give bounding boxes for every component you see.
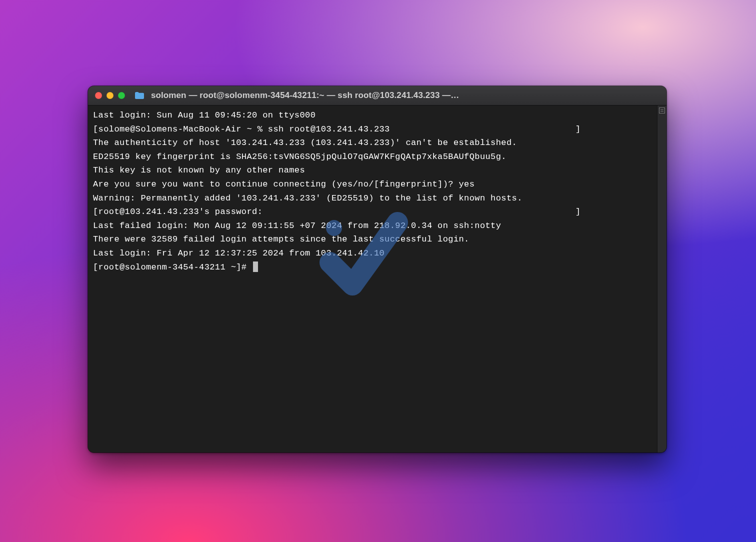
terminal-line: Warning: Permanently added '103.241.43.2… (93, 194, 522, 203)
terminal-line: [root@103.241.43.233's password: ] (93, 207, 580, 216)
terminal-line: [solome@Solomens-MacBook-Air ~ % ssh roo… (93, 124, 580, 134)
terminal-line: Are you sure you want to continue connec… (93, 180, 474, 189)
terminal-prompt: [root@solomenm-3454-43211 ~]# (93, 262, 252, 272)
terminal-line: Last failed login: Mon Aug 12 09:11:55 +… (93, 221, 501, 230)
folder-icon (134, 92, 144, 100)
cursor (253, 262, 258, 272)
close-button[interactable] (95, 92, 102, 99)
terminal-line: ED25519 key fingerprint is SHA256:tsVNG6… (93, 152, 506, 162)
zoom-button[interactable] (118, 92, 125, 99)
terminal-output[interactable]: Last login: Sun Aug 11 09:45:20 on ttys0… (88, 106, 657, 452)
terminal-line: This key is not known by any other names (93, 166, 305, 175)
terminal-line: Last login: Fri Apr 12 12:37:25 2024 fro… (93, 248, 384, 258)
minimize-button[interactable] (106, 92, 114, 99)
terminal-line: The authenticity of host '103.241.43.233… (93, 138, 517, 148)
desktop-wallpaper: solomen — root@solomenm-3454-43211:~ — s… (0, 0, 756, 542)
terminal-window[interactable]: solomen — root@solomenm-3454-43211:~ — s… (88, 86, 666, 452)
window-title: solomen — root@solomenm-3454-43211:~ — s… (151, 90, 660, 100)
window-titlebar[interactable]: solomen — root@solomenm-3454-43211:~ — s… (88, 86, 666, 106)
terminal-line: There were 32589 failed login attempts s… (93, 234, 470, 244)
scroll-indicator-icon (659, 108, 665, 114)
scrollbar[interactable] (657, 106, 666, 452)
terminal-line: Last login: Sun Aug 11 09:45:20 on ttys0… (93, 110, 316, 120)
